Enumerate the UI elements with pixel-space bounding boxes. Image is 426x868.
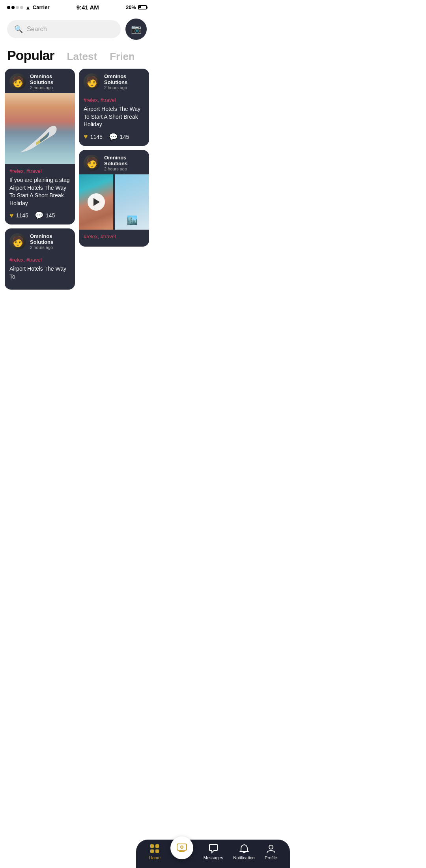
post-tags-2: #relex, #travel [84,97,144,103]
avatar-2: 🧑 [84,73,100,90]
comments-stat-2: 💬 145 [109,133,129,141]
camera-button[interactable]: 📷 [125,19,147,40]
post-author-4: Omninos Solutions [30,233,70,245]
post-author-2: Omninos Solutions [104,73,144,85]
heart-icon-1: ♥ [9,211,14,220]
status-left: ▲ Carrier [7,4,50,11]
post-images-row: 🏙️ [79,174,149,230]
post-card-2[interactable]: 🧑 Omninos Solutions 2 hours ago #relex, … [79,69,149,146]
post-title-1: If you are plaining a stag Airport Hotel… [9,176,70,207]
post-time-1: 2 hours ago [30,85,70,90]
tab-latest[interactable]: Latest [67,51,97,63]
status-bar: ▲ Carrier 9:41 AM 20% [0,0,154,13]
post-tags-3: #relex, #travel [84,234,144,239]
likes-stat-1: ♥ 1145 [9,211,28,220]
post-card-3[interactable]: 🧑 Omninos Solutions 2 hours ago [79,150,149,247]
post-body-3: #relex, #travel [79,230,149,247]
comment-icon-1: 💬 [35,211,43,220]
right-column: 🧑 Omninos Solutions 2 hours ago #relex, … [79,69,149,290]
avatar-img-1: 🧑 [9,73,26,90]
post-header-4: 🧑 Omninos Solutions 2 hours ago [5,228,75,253]
post-header-3: 🧑 Omninos Solutions 2 hours ago [79,150,149,174]
avatar-4: 🧑 [9,233,26,250]
post-meta-3: Omninos Solutions 2 hours ago [104,155,144,171]
search-bar[interactable]: 🔍 Search [7,20,121,38]
battery-indicator [138,5,147,9]
likes-stat-2: ♥ 1145 [84,133,103,141]
avatar-img-2: 🧑 [84,73,100,90]
post-stats-1: ♥ 1145 💬 145 [9,211,70,220]
post-card-4[interactable]: 🧑 Omninos Solutions 2 hours ago #relex, … [5,228,75,289]
post-body-2: #relex, #travel Airport Hotels The Way T… [79,93,149,146]
post-header-1: 🧑 Omninos Solutions 2 hours ago [5,69,75,93]
tab-popular[interactable]: Popular [7,48,54,63]
post-body-4: #relex, #travel Airport Hotels The Way T… [5,253,75,289]
comments-count-1: 145 [46,212,55,219]
post-card-1[interactable]: 🧑 Omninos Solutions 2 hours ago #relex, … [5,69,75,224]
post-image-city: 🏙️ [115,174,149,230]
signal-dot-4 [20,6,23,9]
post-meta-4: Omninos Solutions 2 hours ago [30,233,70,250]
post-time-2: 2 hours ago [104,85,144,90]
search-icon: 🔍 [14,25,23,34]
likes-count-1: 1145 [16,212,28,219]
post-author-3: Omninos Solutions [104,155,144,166]
search-area: 🔍 Search 📷 [0,13,154,44]
airplane-svg [17,121,64,156]
avatar-3: 🧑 [84,155,100,171]
play-button[interactable] [88,193,105,211]
posts-grid: 🧑 Omninos Solutions 2 hours ago #relex, … [0,69,154,329]
post-tags-4: #relex, #travel [9,257,70,263]
post-title-2: Airport Hotels The Way To Start A Short … [84,105,144,129]
signal-dot-2 [11,6,15,9]
avatar-img-4: 🧑 [9,233,26,250]
post-title-4: Airport Hotels The Way To [9,265,70,281]
signal-dot-3 [16,6,19,9]
play-icon [93,198,100,206]
post-meta-2: Omninos Solutions 2 hours ago [104,73,144,90]
avatar-1: 🧑 [9,73,26,90]
carrier-label: Carrier [33,4,50,10]
post-body-1: #relex, #travel If you are plaining a st… [5,164,75,224]
avatar-img-3: 🧑 [84,155,100,171]
comments-stat-1: 💬 145 [35,211,55,220]
post-author-1: Omninos Solutions [30,73,70,85]
status-right: 20% [126,4,147,10]
camera-icon: 📷 [131,24,142,34]
post-time-4: 2 hours ago [30,245,70,250]
wifi-icon: ▲ [25,4,31,11]
signal-dot-1 [7,6,10,9]
post-header-2: 🧑 Omninos Solutions 2 hours ago [79,69,149,93]
post-image-girl [79,174,113,230]
likes-count-2: 1145 [90,134,103,140]
comment-icon-2: 💬 [109,133,118,141]
post-time-3: 2 hours ago [104,166,144,171]
clock: 9:41 AM [77,4,99,11]
heart-icon-2: ♥ [84,133,88,141]
signal-indicator [7,6,23,9]
post-tags-1: #relex, #travel [9,168,70,174]
post-meta-1: Omninos Solutions 2 hours ago [30,73,70,90]
comments-count-2: 145 [120,134,129,140]
battery-percent: 20% [126,4,136,10]
search-placeholder: Search [27,26,47,33]
post-stats-2: ♥ 1145 💬 145 [84,133,144,141]
left-column: 🧑 Omninos Solutions 2 hours ago #relex, … [5,69,75,290]
post-image-airplane [5,93,75,164]
feed-tabs: Popular Latest Frien [0,44,154,69]
tab-friends[interactable]: Frien [110,51,135,63]
